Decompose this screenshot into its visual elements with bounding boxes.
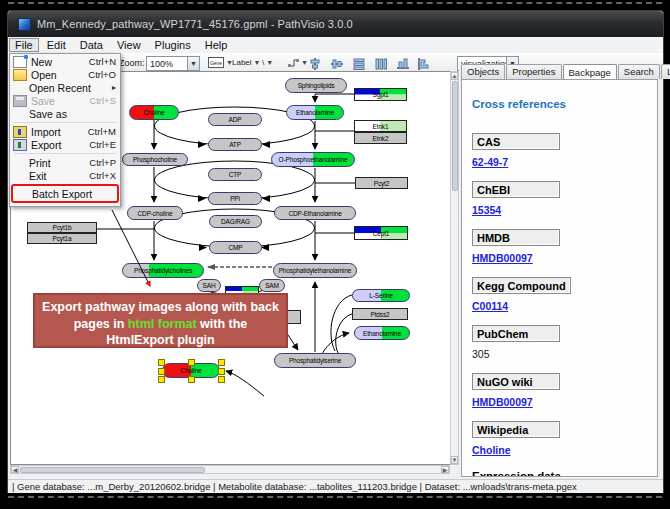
selection-handle[interactable] bbox=[218, 376, 225, 383]
xref-link-cas[interactable]: 62-49-7 bbox=[472, 156, 508, 168]
scroll-up-icon[interactable]: ▲ bbox=[451, 72, 458, 80]
node-phosphocholine[interactable]: Phosphocholine bbox=[122, 153, 188, 166]
xref-link-kegg-compound[interactable]: C00114 bbox=[472, 300, 508, 312]
node-pcyt1b[interactable]: Pcyt1b bbox=[27, 222, 97, 233]
xref-link-hmdb[interactable]: HMDB00097 bbox=[472, 252, 533, 264]
node-choline-top[interactable]: Choline bbox=[129, 105, 179, 120]
node-ppi[interactable]: PPi bbox=[208, 192, 262, 205]
menubar-item-plugins[interactable]: Plugins bbox=[149, 38, 197, 52]
node-etnk1[interactable]: Etnk1 bbox=[354, 120, 407, 132]
node-cept1[interactable]: Cept1 bbox=[354, 226, 408, 240]
node-adp[interactable]: ADP bbox=[208, 113, 262, 126]
export-icon bbox=[13, 139, 27, 151]
node-label: PPi bbox=[230, 195, 240, 202]
cross-references-heading: Cross references bbox=[472, 98, 647, 110]
node-dag[interactable]: DAG/RAG bbox=[209, 215, 262, 228]
node-l-serine[interactable]: L-Serine bbox=[352, 289, 410, 302]
side-panel-tabs: ObjectsPropertiesBackpageSearchLegend bbox=[461, 64, 660, 79]
align-center-icon[interactable] bbox=[308, 57, 322, 70]
node-phosphatidylserine[interactable]: Phosphatidylserine bbox=[274, 353, 356, 368]
file-menu-item-export[interactable]: ExportCtrl+E bbox=[10, 138, 120, 151]
align-middle-icon[interactable] bbox=[330, 57, 344, 70]
node-sphingolipids[interactable]: Sphingolipids bbox=[285, 78, 347, 93]
node-cdp-ethanolamine[interactable]: CDP-Ethanolamine bbox=[274, 206, 356, 220]
tab-backpage[interactable]: Backpage bbox=[563, 64, 617, 80]
node-label: Pcyt2 bbox=[374, 180, 390, 187]
selection-handle[interactable] bbox=[218, 368, 225, 375]
xref-link-nugo-wiki[interactable]: HMDB00097 bbox=[472, 396, 533, 408]
node-sgpl1[interactable]: Sgpl1 bbox=[354, 88, 407, 101]
align-left-icon[interactable] bbox=[416, 57, 430, 70]
vertical-scroll-thumb[interactable] bbox=[452, 81, 458, 191]
tab-search[interactable]: Search bbox=[618, 64, 660, 79]
scroll-right-icon[interactable]: ▶ bbox=[441, 466, 449, 473]
node-phosphatidylcholines[interactable]: Phosphatidylcholines bbox=[122, 263, 204, 278]
node-cdp-choline[interactable]: CDP-choline bbox=[127, 206, 183, 220]
scroll-left-icon[interactable]: ◀ bbox=[11, 466, 19, 473]
selection-handle[interactable] bbox=[188, 376, 195, 383]
menubar-item-view[interactable]: View bbox=[111, 38, 147, 52]
xref-header-nugo-wiki: NuGO wiki bbox=[472, 373, 560, 390]
file-menu-item-exit[interactable]: ExitCtrl+X bbox=[10, 169, 120, 182]
chevron-down-icon[interactable]: ▼ bbox=[301, 59, 308, 66]
file-menu-item-save-as[interactable]: Save as bbox=[10, 107, 120, 120]
distribute-vertical-icon[interactable] bbox=[374, 57, 388, 70]
selection-handle[interactable] bbox=[158, 376, 165, 383]
selection-handle[interactable] bbox=[158, 359, 165, 366]
node-sah[interactable]: SAH bbox=[197, 279, 221, 292]
node-ptdss2[interactable]: Ptdss2 bbox=[352, 308, 408, 320]
line-tool[interactable]: \ ▼ bbox=[260, 56, 275, 69]
file-menu-item-import[interactable]: ImportCtrl+M bbox=[10, 125, 120, 138]
menu-item-label: Save bbox=[31, 95, 89, 107]
node-ethanolamine-top[interactable]: Ethanolamine bbox=[286, 105, 344, 120]
chevron-down-icon[interactable]: ▼ bbox=[187, 57, 199, 70]
xref-link-wikipedia[interactable]: Choline bbox=[472, 444, 511, 456]
selection-handle[interactable] bbox=[218, 359, 225, 366]
node-atp[interactable]: ATP bbox=[208, 138, 262, 151]
node-o-phosphoethanolamine[interactable]: O-Phosphoethanolamine bbox=[271, 152, 355, 167]
node-pcyt2[interactable]: Pcyt2 bbox=[355, 177, 408, 189]
file-menu-item-new[interactable]: NewCtrl+N bbox=[10, 55, 120, 68]
menu-item-shortcut: Ctrl+N bbox=[89, 56, 116, 67]
scroll-down-icon[interactable]: ▼ bbox=[451, 456, 458, 464]
selection-handle[interactable] bbox=[188, 359, 195, 366]
new-document-icon bbox=[13, 56, 27, 68]
menu-separator bbox=[14, 122, 116, 123]
xref-link-chebi[interactable]: 15354 bbox=[472, 204, 501, 216]
selection-handle[interactable] bbox=[158, 368, 165, 375]
menu-item-shortcut: Ctrl+O bbox=[88, 69, 116, 80]
node-ctp[interactable]: CTP bbox=[208, 168, 262, 181]
node-pcyt1a[interactable]: Pcyt1a bbox=[27, 233, 97, 244]
zoom-combobox[interactable]: 100% ▼ bbox=[146, 56, 200, 71]
xref-header-chebi: ChEBI bbox=[472, 181, 560, 198]
canvas-horizontal-scrollbar[interactable]: ◀ ▶ bbox=[10, 465, 450, 474]
node-sam[interactable]: SAM bbox=[259, 279, 285, 292]
file-menu-item-print[interactable]: PrintCtrl+P bbox=[10, 156, 120, 169]
file-menu-item-open-recent[interactable]: Open Recent▸ bbox=[10, 81, 120, 94]
node-etnk2[interactable]: Etnk2 bbox=[354, 132, 407, 144]
align-bottom-icon[interactable] bbox=[396, 57, 410, 70]
tab-legend[interactable]: Legend bbox=[661, 64, 670, 79]
canvas-vertical-scrollbar[interactable]: ▲ ▼ bbox=[450, 71, 459, 465]
file-menu-item-open[interactable]: OpenCtrl+O bbox=[10, 68, 120, 81]
menubar-item-help[interactable]: Help bbox=[199, 38, 234, 52]
tab-properties[interactable]: Properties bbox=[506, 64, 561, 79]
node-label: ATP bbox=[229, 141, 241, 148]
node-label: Ptdss2 bbox=[371, 311, 390, 318]
node-cmp[interactable]: CMP bbox=[209, 241, 262, 254]
menubar-item-data[interactable]: Data bbox=[74, 38, 109, 52]
node-ethanolamine-bottom[interactable]: Ethanolamine bbox=[354, 326, 410, 340]
node-label: L-Serine bbox=[369, 292, 392, 299]
line-icon: \ bbox=[262, 58, 264, 67]
horizontal-scroll-thumb[interactable] bbox=[20, 467, 205, 473]
menubar-item-edit[interactable]: Edit bbox=[41, 38, 72, 52]
tab-objects[interactable]: Objects bbox=[461, 64, 505, 79]
distribute-horizontal-icon[interactable] bbox=[352, 57, 366, 70]
label-tool[interactable]: Label ▼ bbox=[230, 56, 263, 69]
chevron-down-icon[interactable]: ▼ bbox=[266, 59, 273, 66]
connector-tool[interactable]: ▼ bbox=[286, 56, 310, 69]
menubar-item-file[interactable]: File bbox=[9, 38, 39, 52]
menu-item-label: New bbox=[31, 56, 89, 68]
file-menu-item-batch-export[interactable]: Batch Export bbox=[11, 184, 119, 203]
node-phosphatidylethanolamine[interactable]: Phosphatidylethanolamine bbox=[273, 263, 357, 278]
